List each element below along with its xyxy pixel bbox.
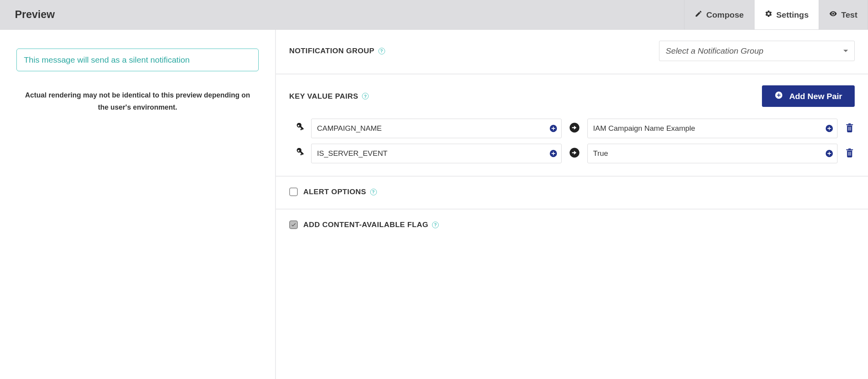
notification-group-select[interactable]: Select a Notification Group <box>659 41 855 61</box>
plus-circle-icon[interactable] <box>825 124 834 133</box>
alert-options-section: ALERT OPTIONS ? <box>276 177 868 209</box>
content-available-checkbox[interactable] <box>289 220 298 229</box>
tab-test[interactable]: Test <box>819 0 868 29</box>
delete-pair-button[interactable] <box>845 147 855 160</box>
alert-options-label: ALERT OPTIONS ? <box>303 188 377 196</box>
alert-options-label-text: ALERT OPTIONS <box>303 188 366 196</box>
arrow-right-circle-icon <box>569 147 580 160</box>
notification-group-placeholder: Select a Notification Group <box>666 46 764 56</box>
kvp-label: KEY VALUE PAIRS ? <box>289 92 369 101</box>
tab-settings[interactable]: Settings <box>754 0 819 29</box>
key-icon <box>295 148 304 159</box>
help-icon[interactable]: ? <box>378 48 385 54</box>
plus-circle-icon[interactable] <box>549 149 558 158</box>
kvp-value-input[interactable] <box>587 119 838 138</box>
content-available-section: ADD CONTENT-AVAILABLE FLAG ? <box>276 209 868 242</box>
page-title: Preview <box>0 0 684 29</box>
tab-settings-label: Settings <box>776 10 809 20</box>
notification-group-section: NOTIFICATION GROUP ? Select a Notificati… <box>276 30 868 74</box>
render-disclaimer: Actual rendering may not be identical to… <box>16 89 259 113</box>
kvp-row <box>289 144 855 163</box>
add-new-pair-label: Add New Pair <box>789 92 842 101</box>
content-available-label: ADD CONTENT-AVAILABLE FLAG ? <box>303 220 439 229</box>
kvp-key-input[interactable] <box>311 119 562 138</box>
plus-circle-icon[interactable] <box>825 149 834 158</box>
tab-compose[interactable]: Compose <box>684 0 755 29</box>
settings-panel: NOTIFICATION GROUP ? Select a Notificati… <box>276 30 868 379</box>
key-value-pairs-section: KEY VALUE PAIRS ? Add New Pair <box>276 74 868 177</box>
notification-group-label: NOTIFICATION GROUP ? <box>289 47 385 55</box>
key-icon <box>295 123 304 134</box>
plus-circle-icon <box>774 91 783 101</box>
tab-compose-label: Compose <box>706 10 744 20</box>
eye-icon <box>829 10 837 20</box>
help-icon[interactable]: ? <box>362 93 369 99</box>
kvp-value-input[interactable] <box>587 144 838 163</box>
preview-panel: This message will send as a silent notif… <box>0 30 276 379</box>
alert-options-checkbox[interactable] <box>289 188 298 196</box>
content-available-label-text: ADD CONTENT-AVAILABLE FLAG <box>303 220 428 229</box>
kvp-key-input[interactable] <box>311 144 562 163</box>
kvp-row <box>289 119 855 138</box>
arrow-right-circle-icon <box>569 122 580 135</box>
gear-icon <box>765 10 773 20</box>
content: This message will send as a silent notif… <box>0 30 868 379</box>
silent-notification-banner: This message will send as a silent notif… <box>16 49 259 71</box>
kvp-label-text: KEY VALUE PAIRS <box>289 92 358 101</box>
pencil-icon <box>695 10 702 20</box>
topbar: Preview Compose Settings Test <box>0 0 868 30</box>
chevron-down-icon <box>843 50 848 52</box>
notification-group-label-text: NOTIFICATION GROUP <box>289 47 375 55</box>
plus-circle-icon[interactable] <box>549 124 558 133</box>
tab-test-label: Test <box>841 10 857 20</box>
tabs: Compose Settings Test <box>684 0 868 29</box>
help-icon[interactable]: ? <box>370 189 377 195</box>
delete-pair-button[interactable] <box>845 122 855 135</box>
help-icon[interactable]: ? <box>432 222 439 228</box>
kvp-list <box>289 119 855 163</box>
add-new-pair-button[interactable]: Add New Pair <box>762 85 855 107</box>
